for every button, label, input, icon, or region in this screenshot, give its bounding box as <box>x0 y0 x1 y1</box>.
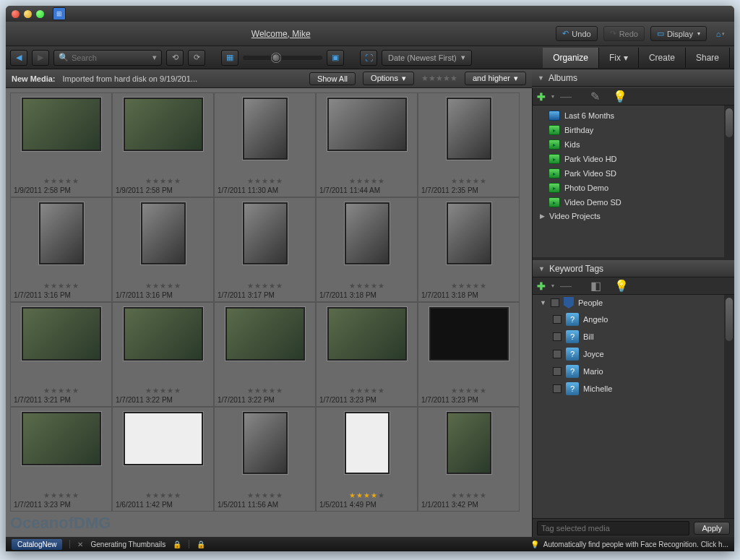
scrollbar-thumb[interactable] <box>726 108 733 137</box>
star-rating[interactable]: ★★★★★ <box>145 491 181 499</box>
thumbnail-cell[interactable]: ★★★★★1/7/2011 2:35 PM <box>418 92 520 197</box>
star-rating[interactable]: ★★★★★ <box>349 282 384 290</box>
thumbnail-cell[interactable]: ★★★★★1/7/2011 3:16 PM <box>112 197 214 302</box>
star-rating[interactable]: ★★★★★ <box>451 282 486 290</box>
redo-button[interactable]: ↷Redo <box>603 26 645 41</box>
catalog-button[interactable]: CatalogNew <box>12 539 62 550</box>
chevron-down-icon[interactable]: ▾ <box>551 93 554 100</box>
tab-fix[interactable]: Fix▾ <box>599 48 639 68</box>
checkbox[interactable] <box>551 298 559 307</box>
album-item[interactable]: ▸Kids <box>533 137 734 152</box>
star-rating[interactable]: ★★★★★ <box>43 177 79 185</box>
thumbnail-cell[interactable]: ★★★★★1/7/2011 3:23 PM <box>418 302 520 407</box>
rating-filter[interactable]: ★★★★★ <box>421 74 457 83</box>
star-rating[interactable]: ★★★★★ <box>451 387 486 395</box>
chevron-down-icon[interactable]: ▾ <box>152 53 157 62</box>
cancel-task-icon[interactable]: ✕ <box>77 540 83 548</box>
search-field[interactable] <box>72 53 150 62</box>
search-input[interactable]: 🔍 ▾ <box>53 50 162 66</box>
thumbnail-cell[interactable]: ★★★★★1/7/2011 3:23 PM <box>316 302 418 407</box>
thumbnail-cell[interactable]: ★★★★★1/9/2011 2:58 PM <box>10 92 112 197</box>
tag-item[interactable]: ?Angelo <box>533 311 734 328</box>
delete-album-button[interactable]: — <box>560 90 572 103</box>
close-icon[interactable] <box>12 10 20 18</box>
thumbnail-cell[interactable]: ★★★★★1/9/2011 2:58 PM <box>112 92 214 197</box>
welcome-link[interactable]: Welcome, Mike <box>12 29 550 39</box>
album-item[interactable]: Last 6 Months <box>533 108 734 123</box>
and-higher-dropdown[interactable]: and higher▾ <box>465 72 526 85</box>
star-rating[interactable]: ★★★★★ <box>43 387 79 395</box>
bulb-icon[interactable]: 💡 <box>614 279 629 293</box>
checkbox[interactable] <box>553 315 562 324</box>
scrollbar[interactable] <box>724 105 734 257</box>
thumbnail-cell[interactable]: ★★★★★1/7/2011 3:22 PM <box>112 302 214 407</box>
star-rating[interactable]: ★★★★★ <box>349 177 384 185</box>
album-item[interactable]: ▸Park Video SD <box>533 166 734 181</box>
star-rating[interactable]: ★★★★★ <box>247 177 283 185</box>
tag-category[interactable]: ▼ People <box>533 295 734 311</box>
star-rating[interactable]: ★★★★★ <box>451 491 486 499</box>
star-rating[interactable]: ★★★★★ <box>349 491 384 499</box>
thumbnail-cell[interactable]: ★★★★★1/7/2011 3:17 PM <box>214 197 316 302</box>
show-all-button[interactable]: Show All <box>309 72 356 85</box>
thumbnail-cell[interactable]: ★★★★★1/7/2011 11:44 AM <box>316 92 418 197</box>
tags-panel-header[interactable]: ▼ Keyword Tags <box>533 260 734 277</box>
albums-panel-header[interactable]: ▼ Albums <box>532 69 734 87</box>
album-item[interactable]: ▸Video Demo SD <box>533 195 734 210</box>
star-rating[interactable]: ★★★★★ <box>43 491 79 499</box>
thumbnail-cell[interactable]: ★★★★★1/7/2011 3:18 PM <box>418 197 520 302</box>
thumbnail-size-slider[interactable] <box>243 56 322 60</box>
checkbox[interactable] <box>553 384 562 393</box>
scrollbar-thumb[interactable] <box>726 298 733 341</box>
slider-thumb[interactable] <box>272 53 280 62</box>
bulb-icon[interactable]: 💡 <box>613 90 627 103</box>
minimize-icon[interactable] <box>24 10 32 18</box>
thumbnail-cell[interactable]: ★★★★★1/6/2011 1:42 PM <box>112 407 214 512</box>
star-rating[interactable]: ★★★★★ <box>145 387 181 395</box>
tab-share[interactable]: Share <box>686 48 730 68</box>
album-item[interactable]: ▸Park Video HD <box>533 152 734 166</box>
add-album-button[interactable]: ✚ <box>537 91 546 103</box>
thumbnail-cell[interactable]: ★★★★★1/7/2011 3:16 PM <box>10 197 112 302</box>
star-rating[interactable]: ★★★★★ <box>43 282 79 290</box>
edit-album-button[interactable]: ✎ <box>590 90 600 103</box>
fullscreen-button[interactable]: ⛶ <box>360 50 377 66</box>
thumbnail-cell[interactable]: ★★★★★1/5/2011 11:56 AM <box>214 407 316 512</box>
checkbox[interactable] <box>553 367 562 376</box>
album-item[interactable]: ▸Birthday <box>533 123 734 137</box>
star-rating[interactable]: ★★★★★ <box>247 387 283 395</box>
tag-item[interactable]: ?Mario <box>533 363 734 380</box>
star-rating[interactable]: ★★★★★ <box>247 491 283 499</box>
tag-item[interactable]: ?Bill <box>533 328 734 345</box>
home-button[interactable]: ⌂▾ <box>713 26 728 42</box>
grid-view-button[interactable]: ▦ <box>221 50 238 66</box>
star-rating[interactable]: ★★★★★ <box>247 282 283 290</box>
tag-input[interactable] <box>537 521 689 535</box>
undo-button[interactable]: ↶Undo <box>556 26 597 41</box>
star-rating[interactable]: ★★★★★ <box>451 177 486 185</box>
forward-button[interactable]: ▶ <box>32 50 49 66</box>
thumbnail-cell[interactable]: ★★★★★1/7/2011 3:18 PM <box>316 197 418 302</box>
back-button[interactable]: ◀ <box>10 50 27 66</box>
delete-tag-button[interactable]: — <box>560 280 572 293</box>
chevron-down-icon[interactable]: ▾ <box>551 283 554 289</box>
tag-item[interactable]: ?Joyce <box>533 345 734 363</box>
thumbnail-cell[interactable]: ★★★★★1/7/2011 3:23 PM <box>10 407 112 512</box>
tab-create[interactable]: Create <box>639 48 686 68</box>
thumbnail-cell[interactable]: ★★★★★1/7/2011 3:22 PM <box>214 302 316 407</box>
album-group[interactable]: ▶ Video Projects <box>533 210 734 223</box>
display-button[interactable]: ▭Display▾ <box>650 26 707 41</box>
apply-tag-button[interactable]: Apply <box>694 522 730 535</box>
zoom-icon[interactable] <box>36 10 44 18</box>
star-rating[interactable]: ★★★★★ <box>349 387 384 395</box>
star-rating[interactable]: ★★★★★ <box>145 177 181 185</box>
tab-organize[interactable]: Organize <box>543 48 599 68</box>
single-view-button[interactable]: ▣ <box>327 50 344 66</box>
sort-dropdown[interactable]: Date (Newest First)▾ <box>382 50 472 66</box>
album-item[interactable]: ▸Photo Demo <box>533 181 734 195</box>
add-tag-button[interactable]: ✚ <box>537 280 546 292</box>
people-view-button[interactable]: ◧ <box>590 279 601 293</box>
status-tip[interactable]: Automatically find people with Face Reco… <box>543 540 728 548</box>
checkbox[interactable] <box>553 350 562 358</box>
rotate-right-button[interactable]: ⟳ <box>188 50 205 66</box>
